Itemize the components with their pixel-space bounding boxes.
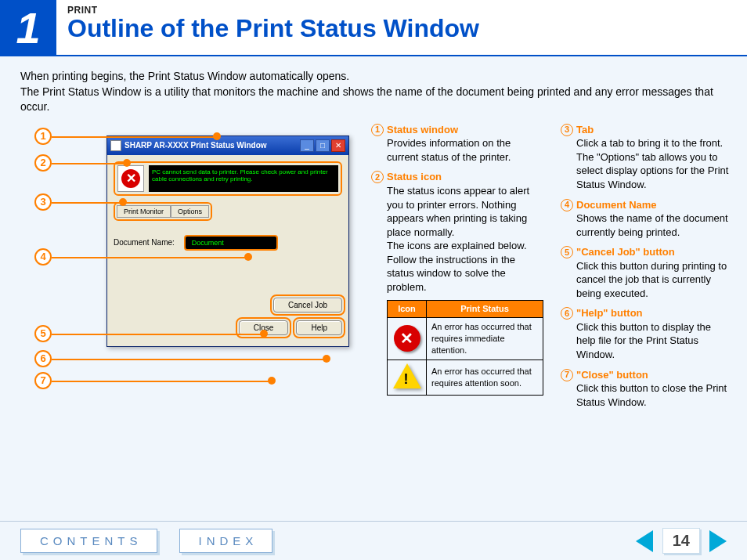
item-title: Status window — [387, 123, 458, 137]
callout-7: 7 — [34, 372, 52, 389]
warning-icon — [393, 363, 421, 388]
item-title: "Cancel Job" button — [576, 245, 675, 259]
callout-4: 4 — [34, 248, 52, 266]
maximize-icon[interactable]: □ — [316, 139, 330, 152]
intro-line: The Print Status Window is a utility tha… — [20, 85, 727, 115]
item-body: The status icons appear to alert you to … — [387, 184, 543, 294]
status-icon: ✕ — [117, 165, 144, 192]
intro-text: When printing begins, the Print Status W… — [0, 56, 747, 123]
item-num-4: 4 — [561, 199, 573, 211]
table-head-status: Print Status — [427, 301, 543, 318]
item-body: Click this button during printing to can… — [576, 259, 733, 301]
tab-options[interactable]: Options — [171, 205, 209, 218]
page-header: 1 PRINT Outline of the Print Status Wind… — [0, 0, 747, 56]
table-head-icon: Icon — [388, 301, 427, 318]
item-body: Provides information on the current stat… — [387, 136, 543, 164]
error-icon: ✕ — [394, 325, 420, 352]
item-body: Shows the name of the document currently… — [576, 211, 733, 239]
prev-page-arrow-icon[interactable] — [636, 530, 653, 552]
document-name-label: Document Name: — [114, 238, 175, 247]
contents-button[interactable]: CONTENTS — [20, 529, 157, 553]
callout-3: 3 — [34, 193, 52, 211]
item-title: "Help" button — [576, 306, 643, 320]
item-num-7: 7 — [561, 369, 573, 381]
window-icon — [110, 140, 121, 151]
item-title: "Close" button — [576, 368, 648, 382]
window-title: SHARP AR-XXXX Print Status Window — [125, 141, 297, 150]
item-num-3: 3 — [561, 124, 573, 136]
item-title: Status icon — [387, 170, 442, 184]
callout-1: 1 — [34, 128, 52, 145]
page-footer: CONTENTS INDEX 14 — [0, 521, 747, 560]
print-status-window-mock: SHARP AR-XXXX Print Status Window _ □ ✕ … — [106, 135, 349, 347]
table-row-text: An error has occurred that requires imme… — [427, 318, 543, 360]
page-number: 14 — [662, 528, 700, 554]
table-row-text: An error has occurred that requires atte… — [427, 359, 543, 395]
chapter-number-badge: 1 — [0, 0, 56, 55]
next-page-arrow-icon[interactable] — [709, 530, 727, 552]
item-title: Tab — [576, 123, 594, 137]
index-button[interactable]: INDEX — [179, 529, 273, 553]
document-name-field: Document — [184, 235, 278, 251]
close-icon[interactable]: ✕ — [331, 139, 345, 152]
icon-status-table: Icon Print Status ✕ An error has occurre… — [387, 300, 543, 395]
item-body: Click this button to close the Print Sta… — [576, 381, 733, 409]
item-body: Click a tab to bring it to the front. Th… — [576, 136, 733, 191]
status-message: PC cannot send data to printer. Please c… — [149, 165, 338, 192]
screenshot-diagram: 1 2 3 4 5 6 7 SHARP AR-XXXX Print Status… — [20, 123, 357, 421]
item-title: Document Name — [576, 198, 657, 212]
page-title: Outline of the Print Status Window — [67, 14, 736, 43]
callout-6: 6 — [34, 350, 52, 367]
error-icon: ✕ — [121, 169, 140, 188]
item-num-1: 1 — [371, 124, 384, 136]
item-num-2: 2 — [371, 171, 384, 183]
cancel-job-button[interactable]: Cancel Job — [273, 298, 342, 313]
item-num-5: 5 — [561, 246, 573, 258]
callout-2: 2 — [34, 154, 52, 172]
tab-print-monitor[interactable]: Print Monitor — [117, 205, 171, 218]
help-button[interactable]: Help — [296, 320, 342, 335]
minimize-icon[interactable]: _ — [300, 139, 314, 152]
item-body: Click this button to display the help fi… — [576, 320, 733, 362]
intro-line: When printing begins, the Print Status W… — [20, 69, 727, 85]
callout-5: 5 — [34, 325, 52, 342]
item-num-6: 6 — [561, 307, 573, 320]
